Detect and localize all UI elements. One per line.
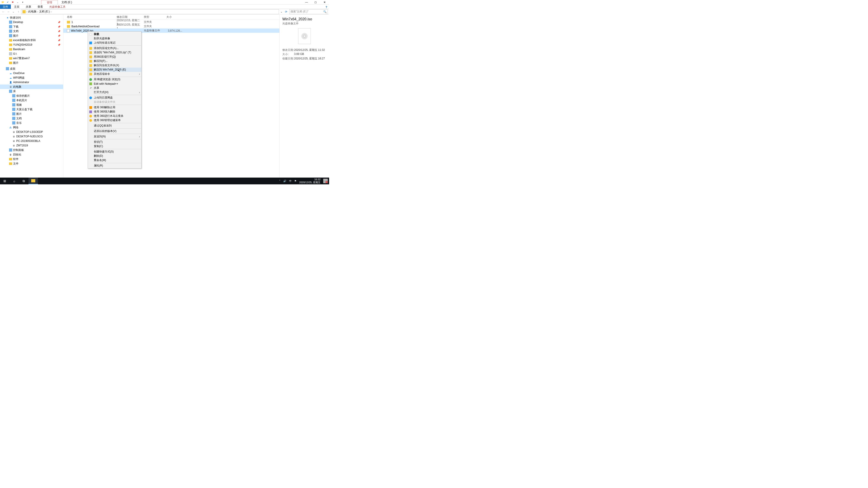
ctx-extract-named[interactable]: 解压到 Win7x64_2020\ (E) <box>88 68 141 72</box>
chevron-right-icon[interactable]: › <box>51 10 52 13</box>
ctx-open-with[interactable]: 打开方式(H)› <box>88 90 141 94</box>
tab-file[interactable]: 文件 <box>0 4 11 9</box>
tree-desktop[interactable]: 桌面 <box>0 66 63 71</box>
tree-item[interactable]: 保存的图片 <box>0 94 63 98</box>
taskbar-explorer[interactable] <box>29 177 38 184</box>
ctx-share[interactable]: ↗共享 <box>88 86 141 90</box>
close-button[interactable]: ✕ <box>320 0 329 4</box>
check-icon[interactable]: ✔ <box>6 0 9 4</box>
up-button[interactable]: ↑ <box>16 10 20 13</box>
ctx-copy[interactable]: 复制(C) <box>88 144 141 149</box>
ime-indicator[interactable]: 中 <box>289 180 291 183</box>
ctx-previous-versions[interactable]: 还原以前的版本(V) <box>88 129 141 133</box>
ctx-extract-here[interactable]: 解压到当前文件夹(X) <box>88 63 141 68</box>
ctx-add-zip[interactable]: 添加到 "Win7x64_2020.zip" (T) <box>88 51 141 55</box>
tab-home[interactable]: 主页 <box>11 4 23 9</box>
task-view-button[interactable]: ⧉ <box>19 177 29 184</box>
refresh-button[interactable]: ⟳ <box>284 10 288 13</box>
breadcrumb-history-dropdown[interactable]: ⌄ <box>280 10 283 13</box>
volume-icon[interactable]: 🔊 <box>283 180 286 183</box>
tree-item[interactable]: 🖥DESKTOP-NJEU3CG <box>0 134 63 139</box>
tree-network[interactable]: 🖧网络 <box>0 125 63 130</box>
tree-item[interactable]: 文件 <box>0 161 63 166</box>
ctx-notepadpp[interactable]: Edit with Notepad++ <box>88 82 141 86</box>
ctx-other-zip[interactable]: 其他压缩命令› <box>88 72 141 76</box>
chevron-right-icon[interactable]: › <box>26 10 27 13</box>
customize-icon[interactable]: ▾ <box>21 0 24 4</box>
tree-item[interactable]: 库 <box>0 89 63 94</box>
breadcrumb-segment[interactable]: 此电脑 <box>28 10 36 13</box>
dropdown-icon[interactable]: ⌄ <box>16 0 20 4</box>
breadcrumb-segment[interactable]: 文档 (E:) <box>39 10 50 13</box>
recent-dropdown[interactable]: ⌄ <box>11 10 16 13</box>
ctx-mount[interactable]: 装载 <box>88 32 141 36</box>
search-input[interactable]: 搜索"文档 (E:)" 🔍 <box>289 9 328 14</box>
minimize-button[interactable]: — <box>302 0 311 4</box>
tree-item[interactable]: 控制面板 <box>0 148 63 152</box>
file-row[interactable]: BaiduNetdiskDownload 2020/12/25, 星期五 1..… <box>63 24 279 29</box>
tree-item[interactable]: 🗑回收站 <box>0 152 63 157</box>
tree-item[interactable]: excel表格制作求和📌 <box>0 38 63 42</box>
tree-item[interactable]: 音乐 <box>0 121 63 125</box>
taskbar-clock[interactable]: 16:32 2020/12/25, 星期五 <box>299 178 320 184</box>
tree-item[interactable]: 下载📌 <box>0 24 63 29</box>
maximize-button[interactable]: ◻ <box>311 0 320 4</box>
tree-item[interactable]: 文档 <box>0 116 63 121</box>
ctx-extract-to[interactable]: 解压到(F)... <box>88 59 141 63</box>
tab-share[interactable]: 共享 <box>23 4 34 9</box>
tree-item[interactable]: G:\ <box>0 52 63 56</box>
search-button[interactable]: ⌕ <box>9 177 19 184</box>
ctx-360-manage[interactable]: 使用 360管理右键菜单 <box>88 118 141 123</box>
tree-item[interactable]: 软件 <box>0 157 63 161</box>
ctx-burn[interactable]: 刻录光盘映像 <box>88 36 141 41</box>
tree-quick-access[interactable]: ★快速访问 <box>0 15 63 20</box>
col-size[interactable]: 大小 <box>166 15 184 19</box>
tree-item[interactable]: 👤Administrator <box>0 80 63 85</box>
security-icon[interactable]: ⚑ <box>294 180 297 183</box>
ribbon-help-button[interactable]: ? <box>324 5 329 9</box>
tree-item[interactable]: Desktop📌 <box>0 20 63 24</box>
breadcrumb[interactable]: › 此电脑 › 文档 (E:) › <box>21 9 279 14</box>
tree-item[interactable]: ☁OneDrive <box>0 71 63 75</box>
tab-disc-image-tools[interactable]: 光盘映像工具 <box>46 4 69 9</box>
chevron-right-icon[interactable]: › <box>37 10 38 13</box>
tree-item[interactable]: 图片 <box>0 61 63 65</box>
file-row[interactable]: 1 2020/12/15, 星期二 1... 文件夹 <box>63 20 279 24</box>
tree-item[interactable]: 图片📌 <box>0 33 63 38</box>
tree-item[interactable]: 🖥DESKTOP-LSSOEDP <box>0 130 63 134</box>
back-button[interactable]: ← <box>1 10 5 13</box>
tree-item[interactable]: Bandicam <box>0 47 63 52</box>
tree-item[interactable]: 文档📌 <box>0 29 63 33</box>
ctx-360-force-delete[interactable]: 使用 360强力删除 <box>88 109 141 114</box>
ctx-360-unlock[interactable]: 使用 360解除占用 <box>88 105 141 109</box>
tree-item[interactable]: win7重装win7 <box>0 56 63 61</box>
tree-item[interactable]: 🖥PC-20190530OBLA <box>0 139 63 143</box>
tree-item[interactable]: YUNQISHI2019📌 <box>0 42 63 47</box>
tree-item[interactable]: 图片 <box>0 111 63 116</box>
ctx-qq-send[interactable]: 通过QQ发送到 <box>88 124 141 128</box>
tray-overflow-icon[interactable]: ˄ <box>279 180 281 183</box>
start-button[interactable]: ⊞ <box>0 177 9 184</box>
tree-item[interactable]: 天翼云盘下载 <box>0 107 63 111</box>
tree-item[interactable]: 视频 <box>0 103 63 107</box>
forward-button[interactable]: → <box>6 10 10 13</box>
ctx-youdao[interactable]: 上传到有道云笔记 <box>88 41 141 45</box>
notifications-button[interactable]: 3 <box>323 179 328 183</box>
ctx-properties[interactable]: 属性(R) <box>88 164 141 168</box>
ctx-browser[interactable]: 用 蜂蜜浏览器 浏览(3) <box>88 77 141 82</box>
ctx-send-to[interactable]: 发送到(N)› <box>88 134 141 139</box>
tab-view[interactable]: 查看 <box>34 4 46 9</box>
ctx-open-360[interactable]: 用360压缩打开(Q) <box>88 55 141 59</box>
tree-item[interactable]: 🖥ZMT2019 <box>0 143 63 148</box>
close-icon[interactable]: ✖ <box>11 0 14 4</box>
tree-item[interactable]: 本机照片 <box>0 98 63 103</box>
ctx-create-shortcut[interactable]: 创建快捷方式(S) <box>88 150 141 154</box>
ctx-cut[interactable]: 剪切(T) <box>88 140 141 144</box>
contextual-tab-manage[interactable]: 管理 <box>41 0 58 4</box>
tree-this-pc[interactable]: 🖥此电脑 <box>0 85 63 89</box>
nav-tree[interactable]: ★快速访问 Desktop📌 下载📌 文档📌 图片📌 excel表格制作求和📌 … <box>0 14 63 177</box>
ctx-add-archive[interactable]: 添加到压缩文件(A)... <box>88 46 141 51</box>
ctx-delete[interactable]: 删除(D) <box>88 154 141 158</box>
col-name[interactable]: 名称 <box>67 15 117 19</box>
ctx-360-scan[interactable]: 使用 360进行木马云查杀 <box>88 114 141 118</box>
